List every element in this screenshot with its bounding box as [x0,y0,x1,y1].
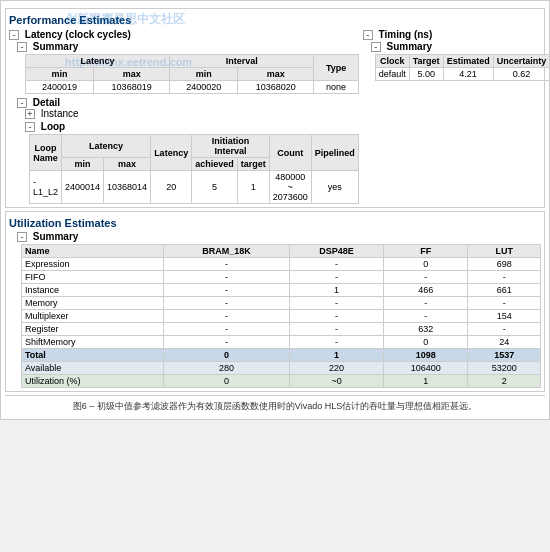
util-row-ff: - [384,310,468,323]
util-row-dsp: - [289,271,383,284]
loop-row-ii-target: 1 [237,171,269,204]
timing-collapse-icon[interactable]: - [363,30,373,40]
util-row-ff: 0 [384,258,468,271]
loop-ii-header: Initiation Interval [192,135,270,158]
util-row-lut: 154 [468,310,541,323]
lat-max-header: max [94,68,170,81]
loop-row-pipelined: yes [311,171,358,204]
util-row-name: FIFO [22,271,164,284]
util-data-row: Instance - 1 466 661 [22,284,541,297]
util-bram-header: BRAM_18K [163,245,289,258]
detail-collapse-icon[interactable]: - [17,98,27,108]
loop-title: Loop [41,120,65,133]
util-lut-header: LUT [468,245,541,258]
util-row-lut: 698 [468,258,541,271]
latency-detail-block: - Detail + Instance - Loop [9,97,359,204]
util-row-dsp: - [289,258,383,271]
instance-block: + Instance [17,108,359,119]
loop-collapse-icon[interactable]: - [25,122,35,132]
loop-table-wrap: Loop Name Latency Latency Initiation Int… [25,134,359,204]
type-col-header: Type [314,55,358,81]
latency-summary-title: Summary [33,40,79,53]
latency-summary-block: - Summary Latency Interval Type [9,41,359,94]
loop-row-lat-max: 10368014 [104,171,151,204]
loop-row-lat-min: 2400014 [62,171,104,204]
loop-count-header: Count [269,135,311,171]
lat-min-header: min [26,68,94,81]
summary-collapse-icon[interactable]: - [17,42,27,52]
util-row-bram: - [163,258,289,271]
performance-title: Performance Estimates [9,12,541,28]
util-row-lut: - [468,323,541,336]
util-row-name: Memory [22,297,164,310]
util-row-ff: 632 [384,323,468,336]
loop-ii-target-header: target [237,158,269,171]
util-data-row: FIFO - - - - [22,271,541,284]
util-summary-icon[interactable]: - [17,232,27,242]
timing-section: - Timing (ns) - Summary Clock Targ [363,28,550,204]
utilization-section: Utilization Estimates - Summary Name BRA… [5,211,545,392]
estimated-header: Estimated [443,55,493,68]
util-row-dsp: - [289,323,383,336]
util-row-bram: - [163,323,289,336]
util-row-lut: - [468,271,541,284]
util-row-dsp: 1 [289,284,383,297]
util-summary-title: Summary [33,230,79,243]
interval-col-header: Interval [170,55,314,68]
util-row-dsp: - [289,336,383,349]
util-row-ff: - [384,271,468,284]
util-row-ff: - [384,297,468,310]
loop-block: - Loop Loop Name Latency Latency [17,121,359,204]
util-row-name: Instance [22,284,164,297]
main-container: Performance Estimates - Latency (clock c… [0,0,550,420]
util-utilization-row: Utilization (%) 0 ~0 1 2 [22,375,541,388]
target-header: Target [409,55,443,68]
type-val: none [314,81,358,94]
util-ff-header: FF [384,245,468,258]
timing-target: 5.00 [409,68,443,81]
util-row-ff: 0 [384,336,468,349]
util-data-row: Expression - - 0 698 [22,258,541,271]
util-row-lut: - [468,297,541,310]
util-row-dsp: - [289,310,383,323]
timing-summary-icon[interactable]: - [371,42,381,52]
loop-name-header: Loop Name [30,135,62,171]
loop-lat-min-header: min [62,158,104,171]
util-total-row: Total 0 1 1098 1537 [22,349,541,362]
lat-min-val: 2400019 [26,81,94,94]
lat-max-val: 10368019 [94,81,170,94]
loop-table: Loop Name Latency Latency Initiation Int… [29,134,359,204]
loop-latency-col-header: Latency [151,135,192,171]
utilization-title: Utilization Estimates [9,215,541,231]
timing-estimated: 4.21 [443,68,493,81]
timing-clock: default [375,68,409,81]
util-row-name: ShiftMemory [22,336,164,349]
performance-section: Performance Estimates - Latency (clock c… [5,8,545,208]
utilization-summary-block: - Summary Name BRAM_18K DSP48E FF LUT [9,231,541,388]
loop-ii-achieved-header: achieved [192,158,238,171]
util-row-name: Register [22,323,164,336]
util-row-bram: - [163,284,289,297]
latency-collapse-icon[interactable]: - [9,30,19,40]
loop-latency-header: Latency [62,135,151,158]
loop-data-row: - L1_L2 2400014 10368014 20 5 1 480000 ~… [30,171,359,204]
timing-summary-block: - Summary Clock Target Estimated Uncerta… [363,41,550,81]
instance-title: Instance [41,108,79,119]
util-row-lut: 661 [468,284,541,297]
util-name-header: Name [22,245,164,258]
util-row-name: Multiplexer [22,310,164,323]
util-data-row: Multiplexer - - - 154 [22,310,541,323]
int-max-val: 10368020 [238,81,314,94]
int-min-val: 2400020 [170,81,238,94]
util-row-lut: 24 [468,336,541,349]
loop-row-latency: 20 [151,171,192,204]
util-dsp-header: DSP48E [289,245,383,258]
utilization-table: Name BRAM_18K DSP48E FF LUT Expression -… [21,244,541,388]
perf-columns: - Latency (clock cycles) - Summary Laten… [9,28,541,204]
loop-lat-max-header: max [104,158,151,171]
util-row-bram: - [163,297,289,310]
util-row-dsp: - [289,297,383,310]
util-data-row: ShiftMemory - - 0 24 [22,336,541,349]
instance-collapse-icon[interactable]: + [25,109,35,119]
loop-row-count: 480000 ~ 2073600 [269,171,311,204]
